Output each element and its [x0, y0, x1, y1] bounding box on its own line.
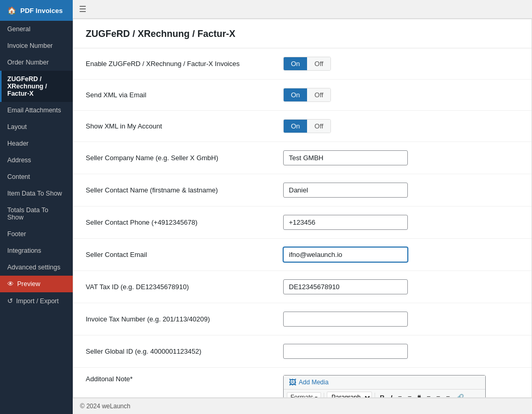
vat-tax-id-label: VAT Tax ID (e.g. DE12345678910) [86, 283, 283, 291]
seller-contact-email-control [283, 247, 519, 262]
sidebar-header[interactable]: 🏠 PDF Invoices [0, 0, 73, 21]
seller-global-id-input[interactable] [283, 344, 408, 359]
main-content: ☰ ZUGFeRD / XRechnung / Factur-X Enable … [73, 0, 532, 414]
ul-button[interactable]: ≡ [396, 393, 404, 398]
form-row-seller-contact-email: Seller Contact Email [73, 239, 531, 271]
sidebar-item-zugferd[interactable]: ZUGFeRD / XRechnung / Factur-X [0, 71, 73, 102]
sidebar-item-content[interactable]: Content [0, 169, 73, 185]
sidebar-item-integrations[interactable]: Integrations [0, 242, 73, 259]
vat-tax-id-input[interactable] [283, 279, 408, 294]
footer-bar: © 2024 weLaunch [73, 398, 532, 414]
sidebar-item-advanced[interactable]: Advanced settings [0, 259, 73, 276]
form-row-vat-tax-id: VAT Tax ID (e.g. DE12345678910) [73, 271, 531, 303]
seller-global-id-control [283, 344, 519, 359]
seller-contact-email-label: Seller Contact Email [86, 251, 283, 258]
sidebar-item-import-export[interactable]: ↺ Import / Export [0, 292, 73, 309]
copyright-text: © 2024 weLaunch [80, 403, 130, 410]
link-button[interactable]: 🔗 [454, 393, 466, 398]
toolbar: ☰ [73, 0, 532, 19]
invoice-tax-number-control [283, 312, 519, 327]
sidebar: 🏠 PDF Invoices General Invoice Number Or… [0, 0, 73, 414]
enable-zugferd-control: On Off [283, 57, 519, 71]
formats-label: Formats [290, 394, 313, 398]
settings-form: Enable ZUGFeRD / XRechnung / Factur-X In… [73, 48, 531, 398]
seller-company-name-input[interactable] [283, 150, 408, 165]
send-xml-email-on[interactable]: On [284, 88, 307, 101]
form-row-enable-zugferd: Enable ZUGFeRD / XRechnung / Factur-X In… [73, 48, 531, 80]
page-title: ZUGFeRD / XRechnung / Factur-X [73, 19, 531, 48]
form-row-seller-company-name: Seller Company Name (e.g. Seller X GmbH) [73, 142, 531, 174]
paragraph-select[interactable]: Paragraph [327, 392, 372, 398]
sidebar-header-label: PDF Invoices [20, 7, 63, 15]
sidebar-item-general[interactable]: General [0, 21, 73, 37]
seller-company-name-control [283, 150, 519, 165]
invoice-tax-number-input[interactable] [283, 312, 408, 327]
toolbar-separator-2 [375, 393, 375, 398]
add-media-button[interactable]: 🖼 Add Media [284, 376, 485, 390]
seller-contact-name-input[interactable] [283, 183, 408, 198]
invoice-tax-number-label: Invoice Tax Number (e.g. 201/113/40209) [86, 315, 283, 323]
formats-button[interactable]: Formats ▾ [287, 392, 321, 398]
hr-button[interactable]: — [468, 393, 478, 398]
form-row-additional-note: Additonal Note* 🖼 Add Media Formats ▾ [73, 368, 531, 398]
form-row-show-xml-account: Show XML in My Account On Off [73, 111, 531, 142]
seller-contact-phone-control [283, 215, 519, 230]
sidebar-item-footer[interactable]: Footer [0, 226, 73, 242]
show-xml-account-control: On Off [283, 119, 519, 133]
align-center-button[interactable]: ≡ [434, 393, 443, 398]
import-label: Import / Export [16, 297, 59, 305]
form-row-seller-contact-phone: Seller Contact Phone (+4912345678) [73, 206, 531, 239]
italic-button[interactable]: I [388, 393, 394, 398]
editor-container: 🖼 Add Media Formats ▾ Paragraph [283, 375, 486, 398]
align-right-button[interactable]: ≡ [444, 393, 452, 398]
send-xml-email-label: Send XML via Email [86, 91, 283, 99]
ol-button[interactable]: ≡ [406, 393, 414, 398]
enable-zugferd-label: Enable ZUGFeRD / XRechnung / Factur-X In… [86, 60, 283, 68]
form-row-invoice-tax-number: Invoice Tax Number (e.g. 201/113/40209) [73, 303, 531, 335]
seller-contact-phone-input[interactable] [283, 215, 408, 230]
enable-zugferd-on[interactable]: On [284, 57, 307, 70]
menu-icon[interactable]: ☰ [79, 4, 86, 14]
sidebar-item-invoice-number[interactable]: Invoice Number [0, 37, 73, 54]
seller-contact-name-control [283, 183, 519, 198]
seller-contact-email-input[interactable] [283, 247, 408, 262]
sidebar-item-layout[interactable]: Layout [0, 119, 73, 135]
sidebar-item-preview[interactable]: 👁 Preview [0, 276, 73, 292]
content-area: ZUGFeRD / XRechnung / Factur-X Enable ZU… [73, 19, 532, 398]
align-left-button[interactable]: ≡ [424, 393, 433, 398]
sidebar-item-address[interactable]: Address [0, 152, 73, 169]
blockquote-button[interactable]: ❝ [415, 393, 423, 398]
sidebar-item-item-data[interactable]: Item Data To Show [0, 185, 73, 202]
add-media-label: Add Media [299, 379, 328, 386]
seller-global-id-label: Seller Global ID (e.g. 4000001123452) [86, 347, 283, 355]
add-media-icon: 🖼 [289, 378, 296, 386]
seller-contact-name-label: Seller Contact Name (firstname & lastnam… [86, 186, 283, 194]
bold-button[interactable]: B [378, 393, 387, 398]
eye-icon: 👁 [7, 280, 14, 288]
show-xml-account-on[interactable]: On [284, 120, 307, 133]
seller-contact-phone-label: Seller Contact Phone (+4912345678) [86, 218, 283, 226]
send-xml-email-off[interactable]: Off [307, 88, 330, 101]
sidebar-item-header[interactable]: Header [0, 135, 73, 152]
editor-toolbar: Formats ▾ Paragraph B I ≡ [284, 390, 485, 398]
form-row-seller-global-id: Seller Global ID (e.g. 4000001123452) [73, 335, 531, 368]
seller-company-name-label: Seller Company Name (e.g. Seller X GmbH) [86, 154, 283, 162]
sidebar-item-totals-data[interactable]: Totals Data To Show [0, 202, 73, 226]
form-row-seller-contact-name: Seller Contact Name (firstname & lastnam… [73, 174, 531, 206]
show-xml-account-off[interactable]: Off [307, 120, 330, 133]
show-xml-account-toggle: On Off [283, 119, 331, 133]
show-xml-account-label: Show XML in My Account [86, 122, 283, 130]
send-xml-email-toggle: On Off [283, 88, 331, 102]
form-row-send-xml-email: Send XML via Email On Off [73, 80, 531, 111]
vat-tax-id-control [283, 279, 519, 294]
sidebar-item-order-number[interactable]: Order Number [0, 54, 73, 71]
additional-note-label: Additonal Note* [86, 375, 283, 383]
enable-zugferd-off[interactable]: Off [307, 57, 330, 70]
toolbar-separator-1 [324, 393, 324, 398]
sidebar-item-email-attachments[interactable]: Email Attachments [0, 102, 73, 119]
send-xml-email-control: On Off [283, 88, 519, 102]
enable-zugferd-toggle: On Off [283, 57, 331, 71]
preview-label: Preview [17, 280, 40, 288]
home-icon: 🏠 [7, 6, 16, 15]
additional-note-control: 🖼 Add Media Formats ▾ Paragraph [283, 375, 519, 398]
